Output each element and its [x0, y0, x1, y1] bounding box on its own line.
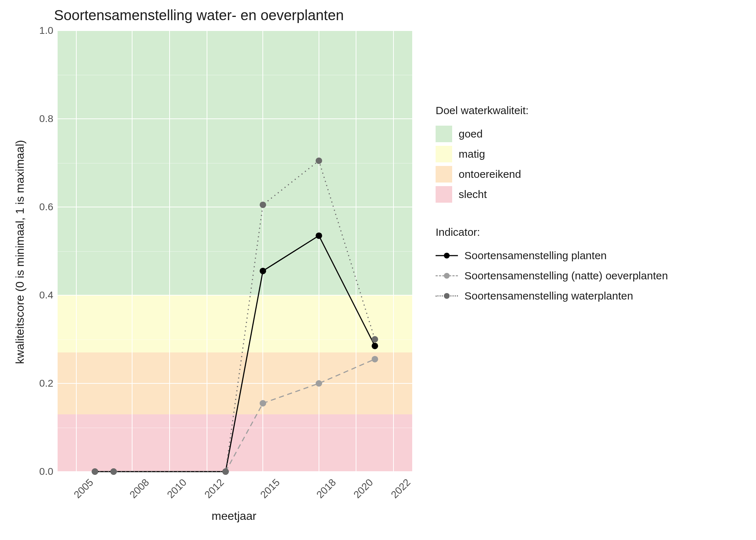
- legend-label: goed: [459, 128, 483, 140]
- series-line: [95, 161, 375, 472]
- data-point: [316, 157, 322, 164]
- y-tick: 0.0: [39, 466, 58, 477]
- y-axis-label: kwaliteitscore (0 is minimaal, 1 is maxi…: [13, 140, 27, 364]
- legend-series-oeverplanten: Soortensamenstelling (natte) oeverplante…: [436, 266, 668, 286]
- x-tick: 2018: [314, 477, 338, 501]
- chart-lines: [58, 31, 412, 472]
- y-tick: 0.8: [39, 113, 58, 125]
- y-tick: 0.4: [39, 289, 58, 301]
- x-tick: 2022: [389, 477, 413, 501]
- legend-label: Soortensamenstelling planten: [464, 249, 607, 262]
- swatch-matig: [436, 146, 452, 162]
- legend-band-slecht: slecht: [436, 184, 668, 204]
- plot-area: 0.00.20.40.60.81.02005200820102012201520…: [58, 31, 412, 472]
- x-tick: 2008: [127, 477, 152, 501]
- data-point: [316, 233, 322, 239]
- data-point: [372, 336, 378, 343]
- swatch-ontoereikend: [436, 166, 452, 183]
- data-point: [372, 356, 378, 363]
- legend-indicator-title: Indicator:: [436, 226, 668, 238]
- legend-band-ontoereikend: ontoereikend: [436, 164, 668, 184]
- legend-series-planten: Soortensamenstelling planten: [436, 246, 668, 266]
- series-swatch-dashed: [436, 267, 458, 284]
- legend-band-goed: goed: [436, 124, 668, 144]
- legend-label: matig: [459, 148, 485, 160]
- swatch-goed: [436, 126, 452, 142]
- legend-series-waterplanten: Soortensamenstelling waterplanten: [436, 286, 668, 306]
- series-swatch-solid: [436, 247, 458, 264]
- data-point: [316, 380, 322, 387]
- x-tick: 2015: [258, 477, 282, 501]
- x-tick: 2005: [72, 477, 96, 501]
- series-line: [95, 236, 375, 472]
- data-point: [372, 343, 378, 349]
- legend-bands-title: Doel waterkwaliteit:: [436, 104, 668, 117]
- legend-band-matig: matig: [436, 144, 668, 164]
- data-point: [260, 268, 266, 274]
- y-tick: 0.2: [39, 378, 58, 389]
- series-swatch-dotted: [436, 288, 458, 304]
- data-point: [260, 400, 266, 406]
- data-point: [222, 468, 229, 475]
- chart-title: Soortensamenstelling water- en oeverplan…: [54, 7, 344, 23]
- x-tick: 2020: [352, 477, 376, 501]
- y-tick: 1.0: [39, 25, 58, 36]
- y-tick: 0.6: [39, 201, 58, 213]
- x-axis-label: meetjaar: [212, 509, 257, 523]
- legend-label: slecht: [459, 188, 487, 201]
- series-line: [226, 359, 375, 472]
- legend-indicators: Indicator: Soortensamenstelling planten …: [436, 226, 668, 306]
- data-point: [260, 202, 266, 208]
- data-point: [92, 468, 98, 475]
- data-point: [111, 468, 117, 475]
- x-tick: 2010: [165, 477, 189, 501]
- legend: Doel waterkwaliteit: goed matig ontoerei…: [436, 104, 668, 328]
- legend-label: Soortensamenstelling waterplanten: [464, 290, 633, 302]
- legend-label: Soortensamenstelling (natte) oeverplante…: [464, 270, 668, 282]
- x-tick: 2012: [202, 477, 226, 501]
- chart-container: Soortensamenstelling water- en oeverplan…: [0, 0, 756, 540]
- legend-label: ontoereikend: [459, 168, 521, 180]
- legend-bands: Doel waterkwaliteit: goed matig ontoerei…: [436, 104, 668, 204]
- swatch-slecht: [436, 186, 452, 203]
